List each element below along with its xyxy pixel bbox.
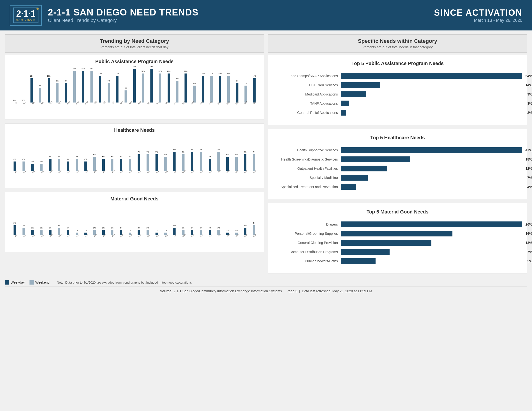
hbar-label: Health Screening/Diagnostic Services [273,157,341,161]
section-header-left: Trending by Need Category Percents are o… [5,34,264,53]
healthcare-chart-title: Healthcare Needs [10,127,259,133]
hbar-fill [341,184,356,190]
specific-title: Specific Needs within Category [273,38,522,44]
hbar-track: 7% [341,175,522,181]
hbar-label: EBT Card Services [273,83,341,87]
healthcare-hbar-chart: Health Supportive Services47%Health Scre… [273,145,522,195]
hbar-fill [341,110,346,116]
legend-note: Note: Data prior to 4/1/2020 are exclude… [57,281,192,284]
hbar-row: EBT Card Services14% [273,82,522,88]
top5-healthcare-title: Top 5 Healthcare Needs [273,133,522,142]
hbar-label: Specialized Treatment and Prevention [273,185,341,189]
hbar-percent: 5% [527,259,532,263]
hbar-fill [341,166,387,171]
page: 2·1·1 SAN DIEGO ★ 2-1-1 SAN DIEGO NEED T… [0,0,532,411]
hbar-row: Specialty Medicine7% [273,175,522,181]
footer-source-label: Source: [160,289,172,293]
hbar-fill [341,231,452,236]
header-right: SINCE ACTIVATION March 13 - May 26, 2020 [434,8,522,23]
top5-public-assistance-panel: Top 5 Public Assistance Program Needs Fo… [268,55,527,125]
footer: Source: 2-1-1 San Diego/Community Inform… [5,287,527,295]
hbar-percent: 2% [527,111,532,115]
hbar-label: Specialty Medicine [273,176,341,180]
hbar-percent: 7% [527,176,532,180]
hbar-fill [341,101,349,106]
hbar-label: Personal/Grooming Supplies [273,232,341,235]
header: 2·1·1 SAN DIEGO ★ 2-1-1 SAN DIEGO NEED T… [0,0,532,30]
hbar-fill [341,73,522,79]
public-assistance-chart-title: Public Assistance Program Needs [10,59,259,64]
hbar-row: Diapers26% [273,222,522,227]
left-column: Public Assistance Program Needs 11% 10 [5,55,264,277]
hbar-track: 4% [341,184,522,190]
hbar-track: 47% [341,147,522,153]
hbar-fill [341,249,390,255]
hbar-fill [341,156,410,162]
hbar-track: 5% [341,258,522,264]
weekday-legend-item: Weekday [5,280,25,285]
footer-page: Page 3 [286,289,297,293]
weekday-legend-label: Weekday [11,280,25,284]
hbar-fill [341,91,366,97]
hbar-row: Specialized Treatment and Prevention4% [273,184,522,190]
section-headers: Trending by Need Category Percents are o… [5,34,527,53]
hbar-track: 14% [341,82,522,88]
weekend-legend-item: Weekend [29,280,50,285]
star-icon: ★ [36,7,39,11]
header-left: 2·1·1 SAN DIEGO ★ 2-1-1 SAN DIEGO NEED T… [10,5,199,26]
hbar-row: Computer Distribution Programs7% [273,249,522,255]
legend-area: Weekday Weekend Note: Data prior to 4/1/… [5,280,527,285]
healthcare-chart-panel: Healthcare Needs 4% 4% 3% 3% 5% 5% 4% 5%… [5,123,264,188]
hbar-label: TANF Applications [273,102,341,105]
hbar-track: 9% [341,91,522,97]
hbar-percent: 26% [525,223,532,226]
hbar-track: 12% [341,166,522,171]
main-grid: Public Assistance Program Needs 11% 10 [5,55,527,277]
top5-material-good-panel: Top 5 Material Good Needs Diapers26%Pers… [268,203,527,273]
weekend-legend-label: Weekend [35,280,50,284]
hbar-row: Outpatient Health Facilities12% [273,166,522,171]
hbar-percent: 3% [527,102,532,105]
hbar-label: Medicaid Applications [273,92,341,96]
hbar-fill [341,240,431,246]
header-title: 2-1-1 SAN DIEGO NEED TRENDS Client Need … [48,7,198,23]
hbar-fill [341,222,522,227]
trending-title: Trending by Need Category [10,38,259,44]
logo-211: 2·1·1 [16,9,36,18]
hbar-row: Public Showers/Baths5% [273,258,522,264]
hbar-percent: 64% [525,74,532,78]
hbar-track: 64% [341,73,522,79]
hbar-percent: 16% [525,232,532,235]
weekday-legend-box [5,280,9,285]
hbar-label: Computer Distribution Programs [273,250,341,254]
since-activation-label: SINCE ACTIVATION [434,8,522,18]
footer-refresh: Data last refreshed: May 26, 2020 at 11:… [302,289,372,293]
main-title: 2-1-1 SAN DIEGO NEED TRENDS [48,7,198,18]
hbar-row: General Clothing Provision13% [273,240,522,246]
hbar-track: 13% [341,240,522,246]
hbar-track: 7% [341,249,522,255]
hbar-percent: 14% [525,83,532,87]
hbar-label: General Relief Applications [273,111,341,115]
hbar-track: 16% [341,231,522,236]
date-range: March 13 - May 26, 2020 [434,18,522,23]
hbar-fill [341,82,380,88]
hbar-track: 2% [341,110,522,116]
specific-subtitle: Percents are out of total needs in that … [273,45,522,49]
hbar-track: 3% [341,101,522,106]
hbar-label: Food Stamps/SNAP Applications [273,74,341,78]
hbar-row: Personal/Grooming Supplies16% [273,231,522,236]
hbar-track: 26% [341,222,522,227]
section-header-right: Specific Needs within Category Percents … [268,34,527,53]
hbar-fill [341,147,522,153]
hbar-fill [341,258,376,264]
hbar-row: General Relief Applications2% [273,110,522,116]
hbar-row: TANF Applications3% [273,101,522,106]
public-assistance-chart-panel: Public Assistance Program Needs 11% 10 [5,55,264,120]
hbar-percent: 13% [525,241,532,245]
trending-subtitle: Percents are out of total client needs t… [10,45,259,49]
hbar-label: Public Showers/Baths [273,259,341,263]
public-assistance-hbar-chart: Food Stamps/SNAP Applications64%EBT Card… [273,71,522,121]
hbar-row: Health Supportive Services47% [273,147,522,153]
hbar-label: Health Supportive Services [273,148,341,152]
